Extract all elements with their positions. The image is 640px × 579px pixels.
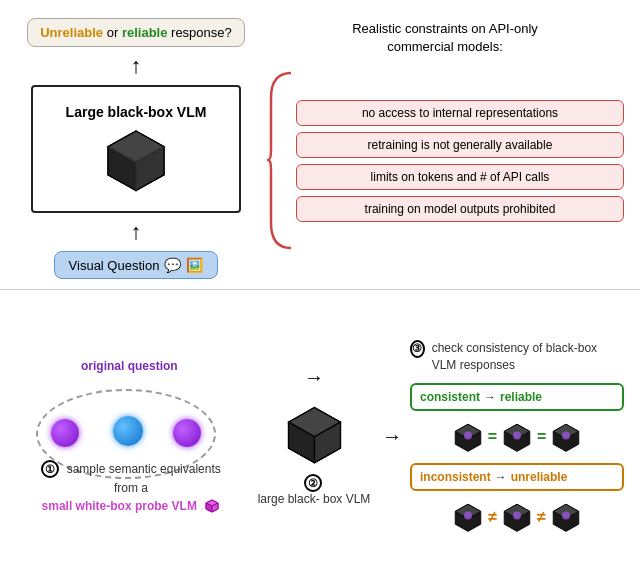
right-column: Realistic constraints on API-onlycommerc… <box>266 18 624 279</box>
ball-blue <box>113 416 143 446</box>
reliable-label: reliable <box>500 390 542 404</box>
small-cube-icon <box>204 498 220 514</box>
mini-cube-3 <box>550 421 582 453</box>
constraints-area: no access to internal representations re… <box>266 68 624 253</box>
neq-sign-2: ≠ <box>537 508 546 526</box>
arrow-label-2: → <box>495 470 507 484</box>
inconsistent-box: inconsistent → unreliable <box>410 463 624 491</box>
svg-point-26 <box>464 512 472 520</box>
step1-area: ① sample semantic equivalents from a sma… <box>31 459 231 515</box>
inconsistent-label: inconsistent <box>420 470 491 484</box>
step3-label: check consistency of black-box VLM respo… <box>432 340 624 374</box>
constraints-list: no access to internal representations re… <box>296 100 624 222</box>
ball-purple-2 <box>173 419 201 447</box>
image-icon: 🖼️ <box>186 257 203 273</box>
step2-label: ② large black- box VLM <box>258 474 371 508</box>
or-text: or <box>107 25 122 40</box>
bottom-middle-area: → ② large black- box VLM <box>254 304 374 569</box>
step1-circle: ① <box>41 460 59 478</box>
up-arrow-icon: ↑ <box>131 55 142 77</box>
step2-circle: ② <box>304 474 322 492</box>
vlm-title: Large black-box VLM <box>66 104 207 120</box>
step1-text: sample semantic equivalents from a <box>67 462 221 496</box>
curly-brace-icon <box>266 68 296 253</box>
step3-area: ③ check consistency of black-box VLM res… <box>410 340 624 374</box>
constraint-item-4: training on model outputs prohibited <box>296 196 624 222</box>
neq-sign-1: ≠ <box>488 508 497 526</box>
black-cube-icon <box>101 124 171 194</box>
svg-point-32 <box>562 512 570 520</box>
large-cube-icon <box>282 401 347 466</box>
notequal-cubes-row: ≠ ≠ <box>410 501 624 533</box>
svg-point-17 <box>464 432 472 440</box>
constraint-item-1: no access to internal representations <box>296 100 624 126</box>
constraint-item-2: retraining is not generally available <box>296 132 624 158</box>
equal-cubes-row: = = <box>410 421 624 453</box>
unreliable-result-label: unreliable <box>511 470 568 484</box>
bottom-right-area: ③ check consistency of black-box VLM res… <box>410 304 624 569</box>
response-question-box: Unreliable or reliable response? <box>27 18 245 47</box>
eq-sign-1: = <box>488 428 497 446</box>
original-question-label: original question <box>81 359 178 375</box>
mini-cube-5 <box>501 501 533 533</box>
suffix-text: response? <box>171 25 232 40</box>
mini-cube-6 <box>550 501 582 533</box>
svg-point-23 <box>562 432 570 440</box>
mini-cube-2 <box>501 421 533 453</box>
svg-point-20 <box>513 432 521 440</box>
up-arrow-2-icon: ↑ <box>131 221 142 243</box>
bottom-left-area: original question ① sample semantic equi… <box>16 304 246 569</box>
consistent-box: consistent → reliable <box>410 383 624 411</box>
top-section: Unreliable or reliable response? ↑ Large… <box>0 0 640 290</box>
ball-purple-1 <box>51 419 79 447</box>
left-column: Unreliable or reliable response? ↑ Large… <box>16 18 256 279</box>
constraints-title: Realistic constraints on API-onlycommerc… <box>266 20 624 56</box>
eq-sign-2: = <box>537 428 546 446</box>
constraint-item-3: limits on tokens and # of API calls <box>296 164 624 190</box>
mini-cube-4 <box>452 501 484 533</box>
reliable-text: reliable <box>122 25 168 40</box>
arrow-label-1: → <box>484 390 496 404</box>
visual-question-label: Visual Question <box>69 258 160 273</box>
mini-cube-1 <box>452 421 484 453</box>
svg-point-29 <box>513 512 521 520</box>
probe-vlm-label: small white-box probe VLM <box>42 499 197 513</box>
consistent-label: consistent <box>420 390 480 404</box>
unreliable-text: Unreliable <box>40 25 103 40</box>
step3-circle: ③ <box>410 340 425 358</box>
right-arrow-icon: → <box>304 366 324 389</box>
right-arrow-2-icon: → <box>382 304 402 569</box>
vlm-box: Large black-box VLM <box>31 85 241 213</box>
chat-icon: 💬 <box>164 257 181 273</box>
visual-question-box: Visual Question 💬 🖼️ <box>54 251 219 279</box>
bottom-section: original question ① sample semantic equi… <box>0 290 640 579</box>
